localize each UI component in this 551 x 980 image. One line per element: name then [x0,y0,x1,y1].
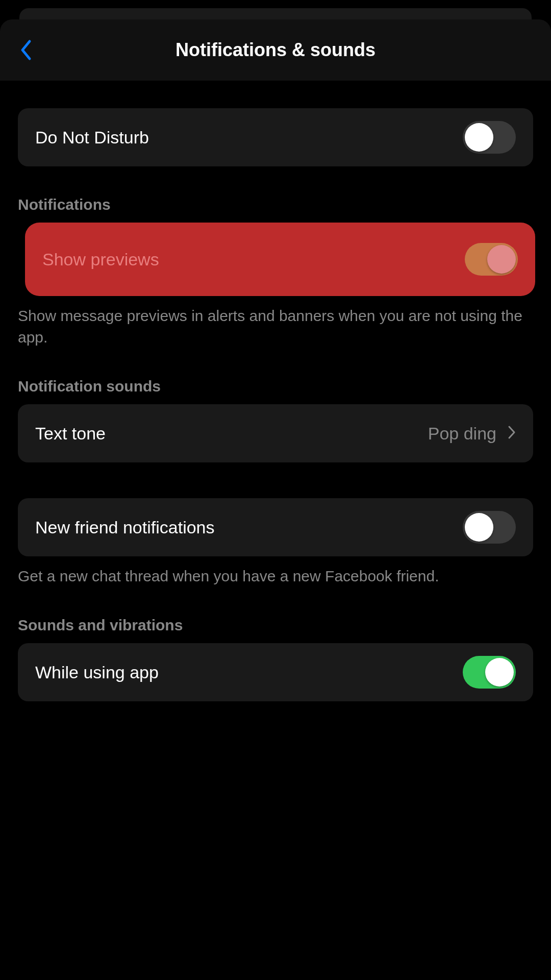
text-tone-row[interactable]: Text tone Pop ding [18,404,418,462]
header-bar: Notifications & sounds [0,19,418,81]
show-previews-row[interactable]: Show previews [25,223,418,296]
show-previews-description: Show message previews in alerts and bann… [18,296,418,348]
chevron-left-icon [19,39,32,61]
text-tone-label: Text tone [35,424,106,444]
show-previews-label: Show previews [42,250,159,270]
while-using-app-row[interactable]: While using app [18,643,418,701]
sounds-vibrations-section-header: Sounds and vibrations [18,617,418,643]
back-button[interactable] [15,37,36,63]
do-not-disturb-label: Do Not Disturb [35,128,149,148]
content-area: Do Not Disturb Notifications Show previe… [0,81,418,743]
while-using-app-label: While using app [35,663,159,682]
new-friend-notifications-row[interactable]: New friend notifications [18,498,418,556]
notification-sounds-section-header: Notification sounds [18,378,418,404]
do-not-disturb-row[interactable]: Do Not Disturb [18,108,418,166]
background-card-hint [19,8,418,19]
new-friend-notifications-label: New friend notifications [35,518,215,537]
notifications-section-header: Notifications [18,196,418,223]
page-title: Notifications & sounds [176,39,375,61]
new-friend-notifications-description: Get a new chat thread when you have a ne… [18,556,418,587]
